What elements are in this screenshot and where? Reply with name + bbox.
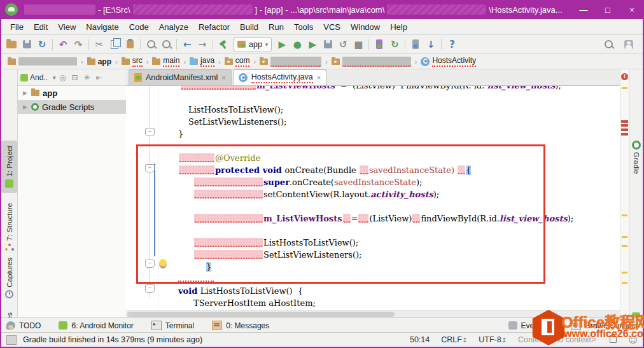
error-mark[interactable] [621,129,628,131]
hammer-icon[interactable] [216,38,231,52]
coverage-icon[interactable]: ▶ [305,38,320,52]
paste-icon[interactable] [122,38,137,52]
breadcrumb-item[interactable] [330,57,412,67]
warning-mark[interactable] [622,214,627,216]
copy-icon[interactable] [107,38,122,52]
menu-code[interactable]: Code [124,22,154,32]
menu-navigate[interactable]: Navigate [81,22,123,32]
sidebar-item-1-project[interactable]: 1: Project [1,141,17,193]
encoding-indicator[interactable]: UTF-8↕ [479,335,507,344]
tab-hostsactivity.java[interactable]: CHostsActivity.java× [233,69,326,85]
layout-icon[interactable] [408,38,423,52]
toolwindow-button-gradle-console[interactable]: Gradle Console [571,321,638,330]
error-mark[interactable] [621,133,628,136]
menu-tools[interactable]: Tools [289,22,318,32]
warning-mark[interactable] [622,87,627,89]
search-icon[interactable] [601,38,616,52]
undo-icon[interactable]: ↶ [55,38,71,52]
toolwindow-button-6-android-monitor[interactable]: 6: Android Monitor [59,321,133,330]
run-icon[interactable]: ▶ [274,38,290,52]
cut-icon[interactable]: ✂ [92,38,107,52]
tree-item-gradle-scripts[interactable]: ▶Gradle Scripts [18,100,126,114]
breadcrumb-item[interactable] [258,57,323,67]
breadcrumb-item-app[interactable]: app [86,57,113,66]
run-configuration-select[interactable]: app▾ [234,37,272,52]
warning-mark[interactable] [622,245,627,247]
back-icon[interactable]: ← [179,38,195,52]
menu-analyze[interactable]: Analyze [154,22,193,32]
close-icon[interactable]: × [221,74,225,81]
menu-refactor[interactable]: Refactor [193,22,235,32]
warning-mark[interactable] [622,272,627,274]
save-icon[interactable] [19,38,34,52]
attach-icon[interactable] [320,38,335,52]
device-icon[interactable] [372,38,387,52]
redo-icon[interactable]: ↷ [71,38,86,52]
replace-icon[interactable] [158,38,174,52]
debug-icon[interactable]: ● [290,38,305,52]
toolwindow-toggle-icon[interactable] [6,335,17,345]
avd-icon[interactable]: ↓ [423,38,438,52]
editor[interactable]: − − − − m_ListViewHosts = (ListView) Fin… [126,86,620,310]
toolwindow-button-terminal[interactable]: Terminal [151,321,194,330]
sidebar-item-7-structure[interactable]: 7: Structure [1,203,17,251]
avatar-icon[interactable] [621,38,636,52]
warning-mark[interactable] [622,236,627,238]
breadcrumb-item-hostsactivity[interactable]: CHostsActivity [419,56,477,67]
menu-window[interactable]: Window [346,22,385,32]
breadcrumb-item-src[interactable]: src [120,56,144,67]
collapse-all-icon[interactable]: ⊟ [70,73,80,82]
tool-stripe-label: Captures [6,258,13,288]
redacted-breadcrumb [270,57,321,67]
close-icon[interactable]: × [317,74,321,81]
menu-view[interactable]: View [53,22,81,32]
breadcrumb-item-com[interactable]: com [223,56,251,67]
gradle-sync-icon[interactable]: ↻ [387,38,402,52]
open-icon[interactable] [4,38,19,52]
stop-icon[interactable]: ■ [351,38,366,52]
find-icon[interactable] [143,38,158,52]
expand-arrow-icon[interactable]: ▶ [23,90,28,96]
breadcrumb-item[interactable] [6,57,78,66]
breadcrumb-item-java[interactable]: java [188,56,216,67]
toolwindow-button-event-log[interactable]: Event Log [508,321,556,330]
tree-item-app[interactable]: ▶app [18,86,126,100]
chevron-down-icon[interactable]: ▾ [53,74,56,81]
forward-icon[interactable]: → [195,38,210,52]
maximize-button[interactable]: □ [596,0,620,19]
sync-icon[interactable]: ↻ [34,38,50,52]
error-mark[interactable] [621,124,628,127]
locate-target-icon[interactable]: ◎ [58,73,68,82]
menu-vcs[interactable]: VCS [318,22,346,32]
toolwindow-button-todo[interactable]: TODO [6,321,41,330]
expand-arrow-icon[interactable]: ▶ [23,104,28,110]
warning-mark[interactable] [622,282,627,284]
menu-build[interactable]: Build [235,22,263,32]
menu-help[interactable]: Help [385,22,412,32]
minimize-button[interactable]: — [571,0,596,19]
sidebar-item-captures[interactable]: Captures [1,258,17,298]
context-indicator[interactable]: Context: <no context> [518,335,596,344]
caret-position[interactable]: 50:14 [410,335,430,344]
error-stripe[interactable]: ! [620,69,629,318]
hector-inspector-icon[interactable]: ☺ [628,335,638,345]
line-separator-indicator[interactable]: CRLF↕ [441,335,467,344]
toolwindow-button-0-messages[interactable]: 0: Messages [212,321,269,330]
hide-panel-icon[interactable]: ⇤ [94,73,104,82]
menu-edit[interactable]: Edit [29,22,53,32]
stepback-icon[interactable]: ↺ [335,38,351,52]
error-mark[interactable] [621,120,628,123]
gear-icon[interactable]: ✳ [82,73,92,82]
project-view-selector[interactable]: And.. [30,73,48,82]
close-button[interactable]: × [620,0,644,19]
menu-run[interactable]: Run [263,22,289,32]
code-token: } [178,129,183,139]
breadcrumb-item-main[interactable]: main [151,56,181,67]
menu-file[interactable]: File [5,22,29,32]
code-area[interactable]: m_ListViewHosts = (ListView) FindViewByI… [126,86,620,309]
sidebar-item-gradle[interactable]: Gradle [629,141,643,174]
tab-androidmanifest.xml[interactable]: AndroidManifest.xml× [129,69,232,85]
lock-icon[interactable] [610,337,617,343]
horizontal-scrollbar-thumb[interactable] [127,312,395,317]
help-icon[interactable]: ? [444,38,459,52]
